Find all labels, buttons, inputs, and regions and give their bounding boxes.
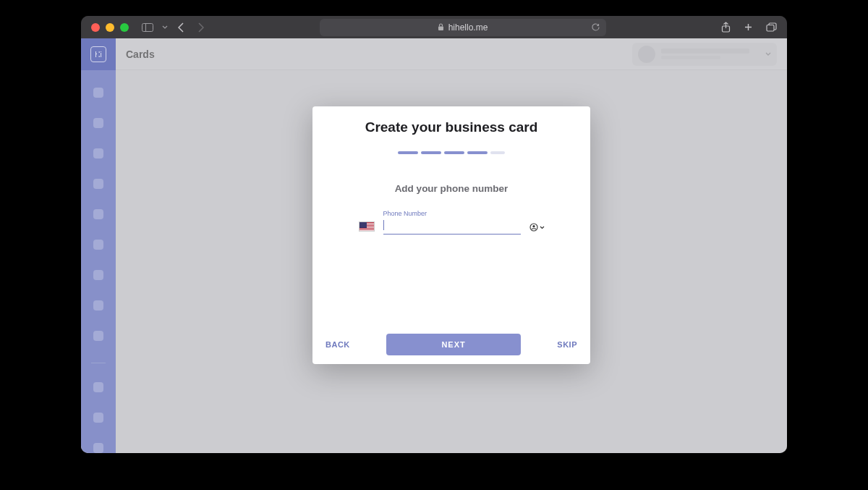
phone-field-label: Phone Number	[383, 210, 521, 217]
forward-icon[interactable]	[197, 22, 204, 33]
browser-titlebar: hihello.me	[81, 16, 787, 38]
modal-footer: BACK NEXT SKIP	[323, 325, 580, 355]
skip-button[interactable]: SKIP	[554, 336, 580, 353]
sidebar-item[interactable]	[93, 413, 103, 423]
svg-rect-4	[767, 25, 774, 32]
logo-text: Hi	[95, 51, 101, 59]
sidebar-item[interactable]	[93, 118, 103, 128]
sidebar-toggle-icon[interactable]	[142, 23, 153, 32]
tabs-icon[interactable]	[766, 22, 777, 33]
svg-rect-2	[438, 27, 443, 31]
maximize-window-button[interactable]	[120, 23, 129, 32]
main-content: Cards Create your business card	[116, 38, 787, 453]
sidebar-divider	[91, 363, 106, 363]
country-flag-us[interactable]	[359, 221, 375, 232]
chevron-down-icon[interactable]	[162, 25, 168, 30]
modal-title: Create your business card	[323, 119, 580, 135]
svg-rect-0	[142, 23, 153, 31]
progress-step	[444, 151, 464, 154]
sidebar-item[interactable]	[93, 209, 103, 219]
chevron-down-icon	[540, 226, 545, 229]
progress-step	[421, 151, 441, 154]
sidebar-item[interactable]	[93, 382, 103, 392]
text-cursor	[383, 220, 384, 230]
sidebar-item[interactable]	[93, 331, 103, 341]
back-button[interactable]: BACK	[323, 336, 353, 353]
modal-subtitle: Add your phone number	[323, 183, 580, 194]
browser-window: hihello.me Hi	[81, 16, 787, 453]
sidebar-item[interactable]	[93, 88, 103, 98]
sidebar-item[interactable]	[93, 443, 103, 453]
app-area: Hi Cards	[81, 38, 787, 453]
url-text: hihello.me	[448, 22, 488, 33]
create-card-modal: Create your business card Add your phone…	[312, 106, 590, 364]
app-logo[interactable]: Hi	[81, 38, 116, 70]
phone-input[interactable]	[383, 219, 521, 235]
lock-icon	[438, 23, 444, 31]
svg-point-6	[532, 225, 535, 227]
progress-step	[467, 151, 488, 154]
reload-icon[interactable]	[591, 22, 600, 32]
phone-field-wrap: Phone Number	[383, 210, 521, 235]
sidebar-item[interactable]	[93, 270, 103, 280]
eye-icon	[529, 223, 538, 232]
visibility-toggle[interactable]	[529, 223, 545, 232]
window-controls	[91, 23, 129, 32]
progress-steps	[323, 151, 580, 154]
sidebar-item[interactable]	[93, 240, 103, 250]
close-window-button[interactable]	[91, 23, 100, 32]
next-button[interactable]: NEXT	[386, 334, 521, 355]
app-sidebar: Hi	[81, 38, 116, 453]
phone-field-row: Phone Number	[323, 210, 580, 235]
modal-overlay: Create your business card Add your phone…	[116, 38, 787, 453]
progress-step-inactive	[490, 151, 505, 154]
progress-step	[398, 151, 418, 154]
minimize-window-button[interactable]	[106, 23, 114, 32]
sidebar-item[interactable]	[93, 179, 103, 189]
address-bar[interactable]: hihello.me	[320, 19, 606, 36]
back-icon[interactable]	[178, 22, 184, 33]
share-icon[interactable]	[721, 22, 731, 33]
sidebar-item[interactable]	[93, 148, 103, 159]
sidebar-item[interactable]	[93, 300, 103, 311]
new-tab-icon[interactable]	[744, 22, 753, 33]
